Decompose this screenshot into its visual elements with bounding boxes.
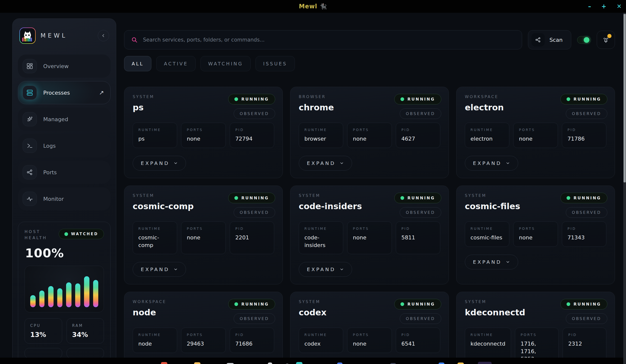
process-card-grid: SYSTEM ps RUNNING OBSERVED RUNTIMEps POR… [124,87,615,364]
runtime-stat: RUNTIMEps [133,123,177,148]
stat-box-cut [67,348,104,358]
pid-stat: PID71686 [230,328,274,353]
filter-tabs: ALL ACTIVE WATCHING ISSUES [124,56,615,71]
chevron-down-icon [173,161,178,165]
host-chart-bar [57,288,63,307]
close-button[interactable]: ✕ [617,3,622,9]
green-dot-icon [567,302,570,306]
chevron-down-icon [340,267,344,272]
sidebar-item-ports[interactable]: Ports [18,161,111,184]
observed-badge: OBSERVED [234,313,275,324]
search-icon [131,37,138,43]
sidebar-item-overview[interactable]: Overview [18,55,111,78]
notification-dot [607,34,612,38]
status-badge: RUNNING [394,193,441,203]
scan-label: Scan [549,37,563,43]
dock-app-icon[interactable] [194,362,200,364]
notifications-button[interactable] [597,31,615,49]
chevron-down-icon [340,161,344,165]
runtime-stat: RUNTIMEcodex [299,328,343,353]
host-health-card: HOST HEALTH WATCHED 100% CPU 13% RAM 34% [18,222,111,364]
scan-button[interactable]: Scan [528,30,571,49]
expand-button[interactable]: EXPAND [133,156,186,171]
sidebar-item-logs[interactable]: Logs [18,134,111,157]
search-bar [124,30,522,49]
runtime-stat: RUNTIMEnode [133,328,177,353]
cat-equalizer-icon [21,29,34,42]
dock-app-icon[interactable] [458,363,464,364]
expand-button[interactable]: EXPAND [465,255,518,269]
window-titlebar: Mewl 🐈‍⬛ – + ✕ [0,0,626,13]
pid-stat: PID5811 [396,221,440,254]
green-dot-icon [235,302,238,306]
expand-button[interactable]: EXPAND [465,156,518,171]
expand-button[interactable]: EXPAND [299,156,352,171]
expand-button[interactable]: EXPAND [133,262,186,277]
process-card-kdeconnectd: SYSTEM kdeconnectd RUNNING OBSERVED RUNT… [456,292,615,364]
observed-badge: OBSERVED [566,207,607,218]
sidebar-item-label: Processes [43,90,93,96]
minimize-button[interactable]: – [588,3,591,9]
status-badge: RUNNING [394,299,441,309]
scrollbar[interactable] [623,13,626,364]
host-chart-bar [66,283,72,307]
chevron-down-icon [506,260,510,264]
dock-app-icon[interactable] [296,362,302,364]
sidebar-item-label: Overview [43,63,104,69]
ports-stat: PORTSnone [513,123,558,148]
share-network-icon [23,165,37,179]
dock [0,358,626,364]
host-health-title: HOST HEALTH [25,229,54,241]
host-chart-bar [75,283,80,307]
process-card-node: WORKSPACE node RUNNING OBSERVED RUNTIMEn… [124,292,283,364]
pid-stat: PID6541 [396,328,440,353]
green-dot-icon [400,97,404,101]
ports-stat: PORTSnone [347,221,391,254]
watch-toggle[interactable] [577,36,591,44]
sidebar-item-managed[interactable]: Managed [18,108,111,131]
ports-stat: PORTSnone [347,123,391,148]
runtime-stat: RUNTIMEbrowser [299,123,343,148]
search-input[interactable] [143,37,515,43]
maximize-button[interactable]: + [601,3,606,9]
status-badge: RUNNING [228,193,275,203]
expand-button[interactable]: EXPAND [299,262,352,277]
dock-app-icon[interactable] [337,363,343,364]
brand-name: MEWL [40,32,93,39]
process-card-codex: SYSTEM codex RUNNING OBSERVED RUNTIMEcod… [290,292,449,364]
filter-tab-watching[interactable]: WATCHING [200,56,251,71]
filter-tab-active[interactable]: ACTIVE [156,56,196,71]
sidebar-collapse-button[interactable] [98,30,109,41]
green-dot-icon [400,302,404,306]
process-card-code-insiders: SYSTEM code-insiders RUNNING OBSERVED RU… [290,186,449,284]
status-badge: RUNNING [560,299,607,309]
pid-stat: PID72794 [230,123,274,148]
sidebar-item-monitor[interactable]: Monitor [18,187,111,210]
runtime-stat: RUNTIMEcosmic-comp [133,221,177,254]
host-health-value: 100% [25,246,104,260]
sidebar: MEWL Overview Processes ↗ Managed [12,18,116,364]
status-badge: RUNNING [228,94,275,104]
green-dot-icon [567,97,570,101]
filter-tab-all[interactable]: ALL [124,56,151,71]
sidebar-item-processes[interactable]: Processes ↗ [18,81,111,104]
status-badge: RUNNING [394,94,441,104]
ports-stat: PORTSnone [181,123,226,148]
runtime-stat: RUNTIMEcosmic-files [465,221,509,247]
dock-app-icon[interactable] [438,363,444,364]
status-badge: RUNNING [560,94,607,104]
dock-app-icon[interactable] [390,363,396,364]
cpu-stat: CPU 13% [25,318,62,344]
dock-app-icon[interactable] [161,362,167,364]
watched-badge: WATCHED [59,229,104,239]
dock-app-icon[interactable] [227,363,234,364]
ports-stat: PORTSnone [347,328,391,353]
dock-app-icon[interactable] [478,362,492,364]
ports-stat: PORTS29463 [181,328,226,353]
dock-app-icon[interactable] [268,363,272,364]
host-chart [25,266,104,312]
filter-tab-issues[interactable]: ISSUES [256,56,295,71]
chevron-down-icon [173,267,178,272]
process-card-cosmic-comp: SYSTEM cosmic-comp RUNNING OBSERVED RUNT… [124,186,283,284]
scrollbar-thumb[interactable] [624,14,626,182]
